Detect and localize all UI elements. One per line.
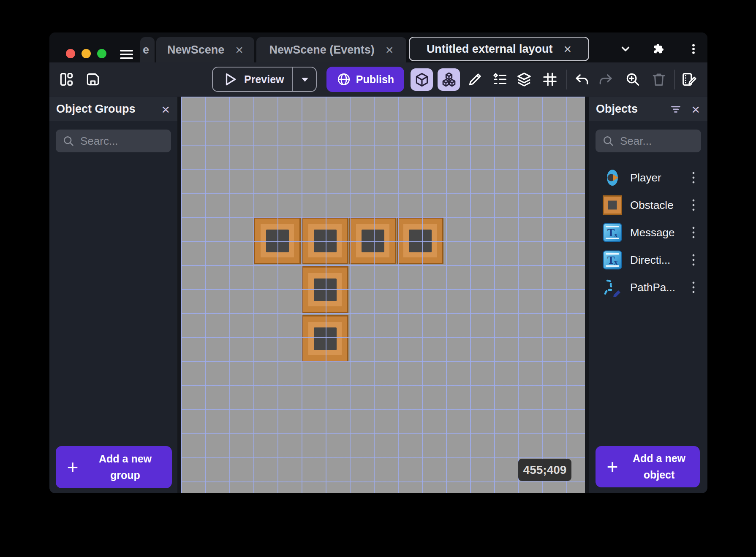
svg-text:T: T: [607, 227, 615, 239]
screenshot-stage: e NewScene × NewScene (Events) × Untitle…: [0, 0, 756, 557]
svg-text:x: x: [614, 258, 618, 266]
object-row-obstacle[interactable]: Obstacle: [589, 192, 707, 219]
object-groups-search[interactable]: [56, 130, 171, 152]
edit-pencil-icon[interactable]: [467, 71, 483, 87]
object-row-player[interactable]: Player: [589, 164, 707, 191]
canvas-grid: [181, 97, 585, 493]
svg-text:x: x: [614, 231, 618, 239]
svg-text:T: T: [607, 254, 615, 266]
zoom-window-button[interactable]: [97, 49, 106, 58]
obstacle-instance[interactable]: [254, 217, 301, 264]
objects-title: Objects: [596, 103, 669, 116]
publish-label: Publish: [356, 73, 394, 86]
title-bar: e NewScene × NewScene (Events) × Untitle…: [49, 32, 707, 62]
edit-objects-mode-button[interactable]: [411, 68, 433, 91]
obstacle-instance[interactable]: [302, 217, 348, 264]
layers-icon[interactable]: [516, 71, 532, 87]
globe-icon: [337, 72, 351, 87]
tab-close-icon[interactable]: ×: [563, 42, 571, 56]
cursor-coordinates-badge: 455;409: [518, 459, 571, 481]
cubes-icon: [441, 71, 457, 88]
object-kebab-icon[interactable]: [688, 225, 699, 240]
preview-button[interactable]: Preview: [212, 67, 317, 92]
tab-label: NewScene: [167, 43, 224, 57]
object-row-message[interactable]: Tx Message: [589, 219, 707, 246]
add-object-label-line1: Add a new: [633, 452, 685, 464]
undo-icon[interactable]: [574, 71, 590, 87]
edit-instances-mode-button[interactable]: [438, 68, 460, 91]
tab-label: e: [143, 43, 149, 57]
text-object-icon: Tx: [603, 223, 622, 242]
plus-icon: +: [56, 456, 90, 479]
preview-dropdown-caret-icon[interactable]: [298, 72, 312, 87]
tab-close-icon[interactable]: ×: [235, 43, 243, 57]
player-icon: [603, 168, 622, 187]
toolbar-divider: [566, 70, 567, 89]
object-groups-title: Object Groups: [56, 103, 161, 116]
add-group-label-line2: group: [110, 469, 140, 481]
object-row-directions[interactable]: Tx Directi...: [589, 246, 707, 273]
object-kebab-icon[interactable]: [688, 198, 699, 212]
tab-close-icon[interactable]: ×: [386, 43, 394, 57]
obstacle-instance[interactable]: [302, 266, 348, 313]
tab-untitled-external-layout[interactable]: Untitled external layout ×: [409, 37, 589, 61]
search-icon: [602, 135, 614, 147]
objects-search-input[interactable]: [619, 134, 701, 148]
tab-newscene[interactable]: NewScene ×: [156, 37, 254, 62]
obstacle-instance[interactable]: [349, 217, 396, 264]
save-icon[interactable]: [85, 71, 101, 87]
object-kebab-icon[interactable]: [688, 280, 699, 295]
zoom-in-icon[interactable]: [625, 71, 641, 87]
object-name: PathPa...: [630, 281, 688, 294]
text-object-icon: Tx: [603, 250, 622, 270]
tab-newscene-events[interactable]: NewScene (Events) ×: [256, 37, 406, 62]
redo-icon[interactable]: [598, 71, 614, 87]
path-paint-icon: [603, 278, 622, 297]
gdevelop-window: e NewScene × NewScene (Events) × Untitle…: [49, 32, 707, 493]
tab-label: NewScene (Events): [269, 43, 375, 57]
preview-split-divider: [292, 68, 293, 91]
toolbar: Preview Publish: [49, 62, 707, 97]
object-name: Directi...: [630, 254, 688, 267]
object-kebab-icon[interactable]: [688, 170, 699, 185]
main-menu-icon[interactable]: [120, 50, 133, 59]
chevron-down-icon[interactable]: [619, 43, 632, 55]
instances-list-icon[interactable]: [492, 71, 508, 87]
add-object-button[interactable]: + Add a new object: [596, 446, 700, 487]
cube-icon: [414, 72, 430, 88]
objects-search[interactable]: [596, 130, 701, 152]
add-group-button[interactable]: + Add a new group: [56, 446, 172, 488]
add-object-label-line2: object: [644, 469, 675, 481]
events-sheet-edit-icon[interactable]: [681, 71, 697, 87]
kebab-menu-icon[interactable]: [687, 43, 700, 55]
trash-icon[interactable]: [651, 71, 667, 87]
object-name: Obstacle: [630, 199, 688, 212]
objects-panel: Objects × Player Obstacle Tx: [589, 97, 707, 493]
close-window-button[interactable]: [66, 49, 75, 58]
grid-icon[interactable]: [542, 71, 558, 87]
minimize-window-button[interactable]: [82, 49, 91, 58]
object-groups-search-input[interactable]: [79, 134, 171, 148]
objects-header: Objects ×: [589, 97, 707, 121]
obstacle-instance[interactable]: [397, 217, 443, 264]
object-row-pathpaint[interactable]: PathPa...: [589, 274, 707, 301]
publish-button[interactable]: Publish: [326, 67, 404, 92]
tab-hidden-partial[interactable]: e: [140, 37, 155, 62]
scene-canvas[interactable]: 455;409: [181, 97, 585, 493]
object-groups-panel: Object Groups × + Add a new group: [49, 97, 177, 493]
filter-icon[interactable]: [669, 103, 682, 116]
obstacle-instance[interactable]: [302, 315, 348, 362]
toolbar-divider: [674, 70, 675, 89]
extensions-puzzle-icon[interactable]: [653, 43, 665, 55]
close-panel-icon[interactable]: ×: [691, 102, 700, 116]
add-group-label-line1: Add a new: [99, 453, 152, 465]
object-name: Message: [630, 226, 688, 239]
plus-icon: +: [596, 455, 629, 478]
search-icon: [63, 135, 74, 147]
open-panels-icon[interactable]: [58, 71, 74, 87]
object-groups-header: Object Groups ×: [49, 97, 177, 121]
cursor-coordinates: 455;409: [523, 463, 567, 477]
tab-label: Untitled external layout: [427, 43, 553, 56]
object-kebab-icon[interactable]: [688, 253, 699, 267]
close-panel-icon[interactable]: ×: [161, 102, 170, 116]
